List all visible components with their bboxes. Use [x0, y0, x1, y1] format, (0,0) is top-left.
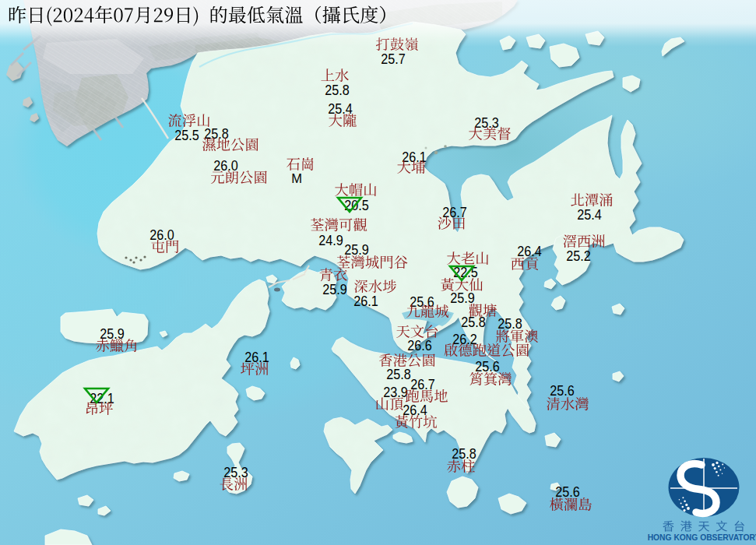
svg-text:25.8: 25.8: [325, 82, 350, 98]
svg-text:25.4: 25.4: [577, 206, 602, 223]
svg-text:26.1: 26.1: [353, 293, 378, 309]
svg-text:25.6: 25.6: [550, 382, 575, 399]
svg-text:25.3: 25.3: [474, 114, 499, 131]
svg-text:23.9: 23.9: [383, 384, 408, 400]
svg-text:25.7: 25.7: [381, 51, 406, 67]
svg-text:M: M: [291, 171, 302, 185]
svg-text:25.8: 25.8: [386, 366, 411, 382]
svg-text:HONG KONG OBSERVATORY: HONG KONG OBSERVATORY: [648, 533, 756, 542]
svg-text:25.5: 25.5: [174, 127, 199, 143]
svg-text:26.0: 26.0: [213, 157, 238, 174]
svg-text:26.4: 26.4: [517, 243, 542, 259]
svg-text:25.2: 25.2: [566, 248, 591, 264]
svg-text:25.9: 25.9: [450, 290, 475, 306]
svg-text:25.9: 25.9: [344, 241, 369, 258]
svg-text:25.6: 25.6: [555, 483, 580, 500]
svg-text:25.8: 25.8: [498, 315, 522, 332]
svg-text:26.6: 26.6: [407, 337, 432, 353]
svg-text:26.0: 26.0: [149, 227, 174, 243]
svg-text:24.9: 24.9: [318, 232, 343, 248]
svg-text:25.6: 25.6: [475, 358, 500, 374]
svg-text:25.9: 25.9: [322, 281, 347, 297]
svg-text:26.2: 26.2: [452, 331, 477, 347]
svg-text:26.4: 26.4: [403, 402, 427, 418]
svg-text:25.8: 25.8: [452, 445, 476, 462]
svg-text:26.7: 26.7: [410, 376, 435, 392]
svg-text:25.6: 25.6: [410, 294, 434, 310]
